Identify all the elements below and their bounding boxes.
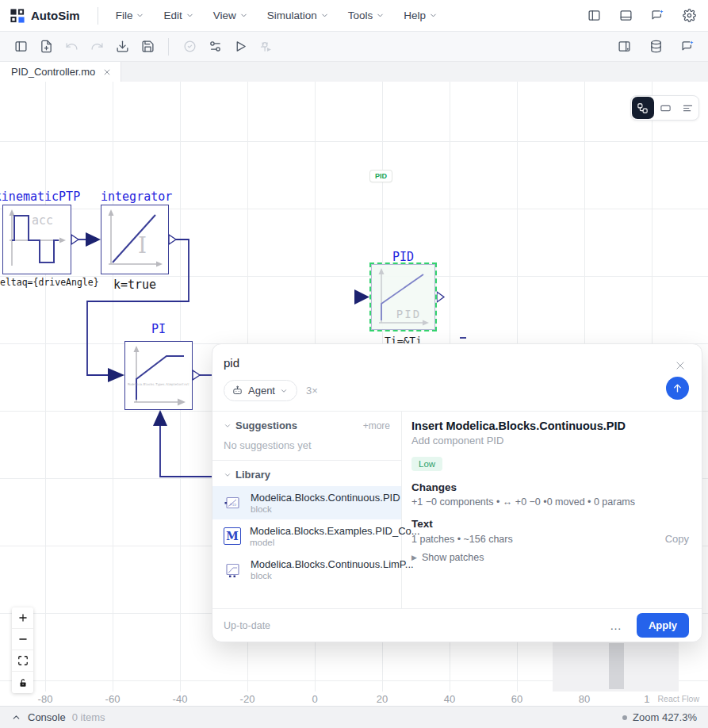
minimap-node	[609, 643, 624, 689]
database-icon	[649, 40, 663, 53]
copy-button[interactable]: Copy	[665, 533, 689, 545]
run-simulation-button[interactable]	[231, 37, 250, 56]
block-integrator[interactable]: I	[101, 205, 169, 274]
iteration-count: 3×	[306, 385, 318, 397]
ai-chat-button[interactable]	[648, 6, 667, 25]
library-item-limpid[interactable]: Modelica.Blocks.Continuous.LimP...block	[212, 553, 401, 586]
block-pid-ghost[interactable]: PID	[369, 262, 437, 331]
axis-tick: -40	[173, 693, 188, 705]
details-column: Insert Modelica.Blocks.Continuous.PID Ad…	[402, 412, 702, 608]
check-model-button[interactable]	[180, 37, 199, 56]
lock-button[interactable]	[12, 672, 33, 693]
simulation-setup-button[interactable]	[205, 37, 224, 56]
toolbar	[0, 32, 708, 62]
agent-row: Agent 3×	[212, 370, 702, 411]
new-file-button[interactable]	[36, 37, 55, 56]
block-label: PI	[124, 322, 193, 336]
results-column: Suggestions +more No suggestions yet Lib…	[212, 412, 402, 608]
debug-button[interactable]	[256, 37, 275, 56]
divider	[212, 460, 401, 461]
toggle-sidebar-button[interactable]	[11, 37, 30, 56]
axis-tick: -80	[38, 693, 53, 705]
menu-edit[interactable]: Edit	[154, 5, 203, 26]
save-icon	[141, 40, 155, 53]
menu-file[interactable]: File	[106, 5, 155, 26]
console-toggle[interactable]: Console	[11, 711, 66, 723]
save-button[interactable]	[138, 37, 157, 56]
undo-button[interactable]	[62, 37, 81, 56]
axis-tick: 60	[511, 693, 522, 705]
toggle-bottom-panel-button[interactable]	[616, 6, 635, 25]
text-view-icon	[682, 102, 694, 114]
block-kinematicptp[interactable]: acc	[2, 205, 71, 274]
show-patches-toggle[interactable]: ▶ Show patches	[411, 552, 689, 563]
menu-tools[interactable]: Tools	[339, 5, 395, 26]
reactflow-attribution[interactable]: React Flow	[650, 692, 702, 706]
download-icon	[116, 40, 129, 53]
dialog-footer: Up-to-date … Apply	[212, 608, 702, 642]
block-thumbnail-icon: PID	[224, 494, 242, 512]
menu-view[interactable]: View	[204, 5, 258, 26]
axis-tick: -60	[105, 693, 121, 705]
pi-icon	[125, 342, 191, 408]
more-options-button[interactable]: …	[610, 619, 622, 632]
query-input[interactable]: pid	[224, 356, 689, 370]
text-view-button[interactable]	[676, 96, 698, 120]
axis-tick: 80	[579, 693, 590, 705]
zoom-in-button[interactable]	[12, 607, 33, 629]
block-pi[interactable]: Modelica.Blocks.Types.SimpleController.P…	[124, 341, 193, 410]
toggle-left-panel-button[interactable]	[584, 6, 603, 25]
block-tiny-text: Modelica.Blocks.Types.SimpleController.P…	[128, 382, 189, 386]
fit-view-button[interactable]	[12, 650, 33, 672]
console-label: Console	[28, 711, 66, 723]
diagram-view-button[interactable]	[632, 97, 654, 119]
library-section-header[interactable]: Library	[224, 469, 390, 481]
fit-view-icon	[17, 655, 29, 666]
suggestions-header-label: Suggestions	[235, 420, 297, 431]
diagram-view-icon	[637, 102, 649, 114]
robot-icon	[232, 385, 243, 397]
text-header: Text	[411, 518, 689, 530]
undo-icon	[65, 40, 78, 53]
dialog-header: pid	[212, 344, 702, 370]
panel-bottom-icon	[619, 9, 633, 22]
library-item-pid-example[interactable]: M Modelica.Blocks.Examples.PID_Co...mode…	[212, 519, 401, 553]
library-item-pid[interactable]: PID Modelica.Blocks.Continuous.PIDblock	[212, 486, 401, 519]
suggestions-empty-text: No suggestions yet	[224, 439, 390, 451]
zoom-out-icon	[17, 634, 29, 645]
redo-button[interactable]	[87, 37, 106, 56]
chevron-down-icon	[239, 11, 248, 20]
ai-assistant-button[interactable]	[678, 37, 697, 56]
pid-insert-badge: PID	[370, 171, 392, 182]
more-suggestions-link[interactable]: +more	[363, 420, 390, 431]
diagram-canvas[interactable]: kinematicPTP acc eltaq={driveAngle} inte…	[0, 82, 708, 706]
suggestions-section-header[interactable]: Suggestions +more	[224, 420, 390, 431]
block-param-text: eltaq={driveAngle}	[0, 277, 99, 288]
tab-bar: PID_Controller.mo	[0, 62, 708, 82]
menu-help[interactable]: Help	[394, 5, 447, 26]
library-browser-button[interactable]	[646, 37, 665, 56]
chevron-up-icon	[11, 712, 21, 722]
agent-mode-dropdown[interactable]: Agent	[224, 380, 297, 401]
block-thumbnail-icon	[224, 561, 242, 579]
submit-button[interactable]	[666, 377, 689, 400]
close-icon[interactable]	[103, 68, 111, 76]
chevron-down-icon	[224, 471, 232, 479]
tab-pid-controller[interactable]: PID_Controller.mo	[0, 62, 121, 82]
download-button[interactable]	[113, 37, 132, 56]
changes-header: Changes	[411, 481, 689, 493]
axis-tick: 40	[444, 693, 455, 705]
icon-view-button[interactable]	[655, 96, 677, 120]
zoom-out-button[interactable]	[12, 629, 33, 650]
risk-badge: Low	[411, 457, 442, 471]
settings-button[interactable]	[679, 6, 698, 25]
status-dot-icon	[622, 715, 627, 720]
layout-panels-button[interactable]	[614, 37, 633, 56]
canvas-controls	[12, 607, 33, 693]
minimap[interactable]	[553, 641, 679, 692]
modelica-m-icon: M	[224, 527, 241, 545]
icon-view-icon	[660, 102, 672, 114]
apply-button[interactable]: Apply	[637, 613, 689, 638]
library-item-title: Modelica.Blocks.Examples.PID_Co...	[250, 525, 390, 537]
menu-simulation[interactable]: Simulation	[258, 5, 339, 26]
